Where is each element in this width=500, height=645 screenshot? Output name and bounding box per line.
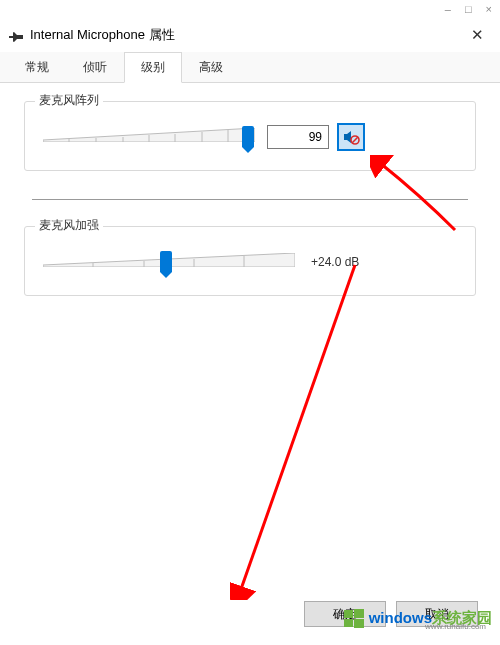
tab-strip: 常规 侦听 级别 高级 bbox=[0, 52, 500, 83]
windows-logo-icon bbox=[343, 607, 365, 629]
svg-line-9 bbox=[352, 137, 357, 142]
tab-levels[interactable]: 级别 bbox=[124, 52, 182, 83]
svg-rect-19 bbox=[354, 609, 364, 618]
mic-boost-label: 麦克风加强 bbox=[35, 217, 103, 234]
watermark: windows系统家园 www.ruhaifu.com bbox=[343, 607, 492, 629]
tab-listen[interactable]: 侦听 bbox=[66, 52, 124, 83]
svg-rect-20 bbox=[344, 619, 353, 627]
mic-boost-slider-thumb[interactable] bbox=[160, 251, 172, 272]
mic-boost-group: 麦克风加强 +24.0 dB bbox=[24, 226, 476, 296]
tab-advanced[interactable]: 高级 bbox=[182, 52, 240, 83]
mic-array-slider[interactable] bbox=[39, 122, 259, 152]
mic-array-label: 麦克风阵列 bbox=[35, 92, 103, 109]
microphone-icon bbox=[8, 29, 24, 41]
close-button[interactable]: ✕ bbox=[463, 24, 492, 46]
mic-boost-slider[interactable] bbox=[39, 247, 299, 277]
mic-boost-value: +24.0 dB bbox=[307, 255, 359, 269]
mic-array-group: 麦克风阵列 bbox=[24, 101, 476, 171]
window-title: Internal Microphone 属性 bbox=[30, 26, 463, 44]
svg-rect-21 bbox=[354, 619, 364, 628]
tab-general[interactable]: 常规 bbox=[8, 52, 66, 83]
maximize-icon[interactable]: □ bbox=[465, 3, 472, 15]
divider bbox=[32, 199, 468, 200]
minimize-icon[interactable]: – bbox=[445, 3, 451, 15]
tab-panel-levels: 麦克风阵列 麦克风加强 bbox=[0, 83, 500, 342]
title-bar: Internal Microphone 属性 ✕ bbox=[0, 18, 500, 52]
mic-array-value[interactable] bbox=[267, 125, 329, 149]
mute-button[interactable] bbox=[337, 123, 365, 151]
mic-array-slider-thumb[interactable] bbox=[242, 126, 254, 147]
browser-chrome: – □ × bbox=[0, 0, 500, 18]
svg-rect-18 bbox=[344, 610, 353, 618]
close-icon[interactable]: × bbox=[486, 3, 492, 15]
